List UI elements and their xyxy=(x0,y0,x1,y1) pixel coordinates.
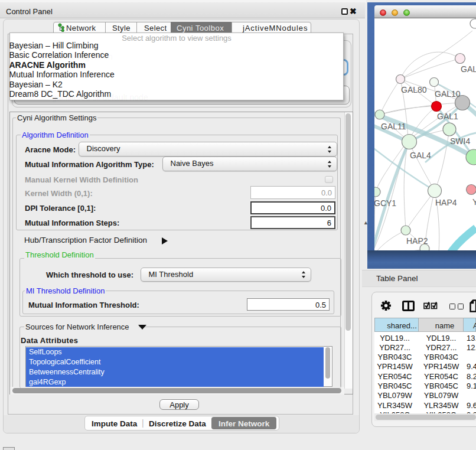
svg-text:GCY1: GCY1 xyxy=(374,198,396,208)
svg-text:YJ: YJ xyxy=(472,197,476,207)
svg-text:HAP2: HAP2 xyxy=(406,236,428,246)
svg-text:GAL80: GAL80 xyxy=(401,85,427,94)
svg-text:HAP4: HAP4 xyxy=(435,198,457,207)
svg-text:SWI4: SWI4 xyxy=(450,136,470,146)
svg-text:GAL10: GAL10 xyxy=(435,89,461,99)
svg-text:GAL11: GAL11 xyxy=(381,122,406,131)
svg-text:GAL4: GAL4 xyxy=(410,151,431,160)
svg-text:GAL1: GAL1 xyxy=(437,112,458,121)
svg-text:GAL7: GAL7 xyxy=(461,64,476,74)
